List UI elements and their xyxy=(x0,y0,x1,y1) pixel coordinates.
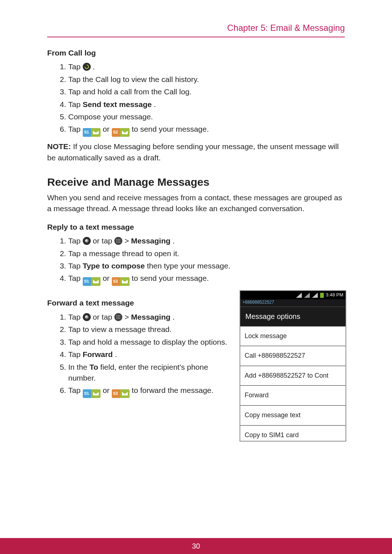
option-add-contact[interactable]: Add +886988522527 to Cont xyxy=(240,366,346,386)
step: Tap a message thread to open it. xyxy=(68,248,345,259)
signal-icon xyxy=(304,293,310,298)
phone-screenshot: 3:48 PM +886988522527 Message options Lo… xyxy=(240,290,345,441)
option-copy-text[interactable]: Copy message text xyxy=(240,406,346,426)
step: Tap . xyxy=(68,61,345,72)
option-forward[interactable]: Forward xyxy=(240,386,346,406)
option-call-number[interactable]: Call +886988522527 xyxy=(240,346,346,366)
envelope-icon xyxy=(120,389,130,398)
envelope-icon xyxy=(91,128,101,137)
step: Tap to view a message thread. xyxy=(68,324,232,335)
bold-text: To xyxy=(89,363,98,371)
text: . xyxy=(172,237,175,245)
envelope-icon xyxy=(120,277,130,286)
step: In the To field, enter the recipient's p… xyxy=(68,362,232,384)
text: Tap xyxy=(68,237,83,245)
apps-icon xyxy=(114,237,122,245)
sim2-send-icon: S2 xyxy=(112,128,130,137)
text: or xyxy=(103,386,112,394)
sim1-label: S1 xyxy=(83,389,91,398)
sim1-label: S1 xyxy=(83,128,91,137)
note-block: NOTE: If you close Messaging before send… xyxy=(47,141,345,163)
thread-number: +886988522527 xyxy=(240,299,346,306)
step: Tap the Call log to view the call histor… xyxy=(68,74,345,85)
bold-text: Forward xyxy=(83,350,113,358)
from-call-log-heading: From Call log xyxy=(47,48,345,58)
text: then type your message. xyxy=(147,262,230,270)
text: . xyxy=(115,350,117,358)
sim2-label: S2 xyxy=(112,277,120,286)
option-lock-message[interactable]: Lock message xyxy=(240,327,346,346)
step: Tap or tap > Messaging . xyxy=(68,235,345,246)
bold-text: Messaging xyxy=(131,237,171,245)
envelope-icon xyxy=(91,277,101,286)
step: Tap and hold a call from the Call log. xyxy=(68,86,345,97)
sim1-send-icon: S1 xyxy=(83,277,101,286)
section-heading: Receive and Manage Messages xyxy=(47,174,345,190)
phone-frame: 3:48 PM +886988522527 Message options Lo… xyxy=(240,290,346,441)
step: Compose your message. xyxy=(68,111,345,122)
page-footer: 30 xyxy=(0,538,392,554)
sim2-label: S2 xyxy=(112,128,120,137)
text: Tap xyxy=(68,262,83,270)
reply-steps: Tap or tap > Messaging . Tap a message t… xyxy=(47,235,345,286)
battery-icon xyxy=(320,293,324,298)
text: Tap xyxy=(68,62,83,71)
text: or tap xyxy=(93,237,115,245)
text: Tap xyxy=(68,350,83,358)
text: . xyxy=(93,62,95,71)
bold-text: Messaging xyxy=(131,313,171,321)
text: or xyxy=(103,274,112,282)
text: to forward the message. xyxy=(132,386,213,394)
option-copy-to-sim1[interactable]: Copy to SIM1 card xyxy=(240,426,346,441)
dialer-icon xyxy=(83,63,91,71)
from-call-log-steps: Tap . Tap the Call log to view the call … xyxy=(47,61,345,137)
sim2-send-icon: S2 xyxy=(112,389,130,398)
text: to send your message. xyxy=(132,125,209,133)
text: . xyxy=(172,313,175,321)
note-label: NOTE: xyxy=(47,142,71,151)
signal-icon xyxy=(296,293,302,298)
section-intro: When you send and receive messages from … xyxy=(47,192,345,214)
forward-heading: Forward a text message xyxy=(47,297,232,308)
sim2-send-icon: S2 xyxy=(112,277,130,286)
step: Tap or tap > Messaging . xyxy=(68,312,232,323)
home-icon xyxy=(83,237,91,245)
step: Tap S1 or S2 to forward the message. xyxy=(68,385,232,398)
clock: 3:48 PM xyxy=(326,292,343,299)
signal-icon xyxy=(312,293,318,298)
reply-heading: Reply to a text message xyxy=(47,222,345,233)
text: > xyxy=(124,313,131,321)
envelope-icon xyxy=(91,389,101,398)
step: Tap and hold a message to display the op… xyxy=(68,337,232,348)
text: Tap xyxy=(68,125,83,133)
text: Tap xyxy=(68,386,83,394)
text: > xyxy=(124,237,131,245)
bold-text: Send text message xyxy=(83,100,152,108)
text: Tap xyxy=(68,274,83,282)
options-title: Message options xyxy=(240,307,346,327)
step: Tap Forward . xyxy=(68,349,232,360)
page-number: 30 xyxy=(192,542,200,550)
step: Tap S1 or S2 to send your message. xyxy=(68,273,345,286)
note-text: If you close Messaging before sending yo… xyxy=(47,142,339,161)
text: or tap xyxy=(93,313,115,321)
status-bar: 3:48 PM xyxy=(240,291,346,299)
bold-text: Type to compose xyxy=(83,262,145,270)
home-icon xyxy=(83,313,91,321)
text: . xyxy=(154,100,156,108)
text: Tap xyxy=(68,100,83,108)
text: to send your message. xyxy=(132,274,209,282)
step: Tap S1 or S2 to send your message. xyxy=(68,124,345,137)
forward-row: Forward a text message Tap or tap > Mess… xyxy=(47,290,345,441)
manual-page: Chapter 5: Email & Messaging From Call l… xyxy=(0,0,392,554)
sim2-label: S2 xyxy=(112,389,120,398)
sim1-label: S1 xyxy=(83,277,91,286)
envelope-icon xyxy=(120,128,130,137)
forward-steps: Tap or tap > Messaging . Tap to view a m… xyxy=(47,312,232,398)
text: Tap xyxy=(68,313,83,321)
text: or xyxy=(103,125,112,133)
text: In the xyxy=(68,363,89,371)
sim1-send-icon: S1 xyxy=(83,389,101,398)
step: Tap Type to compose then type your messa… xyxy=(68,260,345,271)
forward-text-column: Forward a text message Tap or tap > Mess… xyxy=(47,290,232,402)
